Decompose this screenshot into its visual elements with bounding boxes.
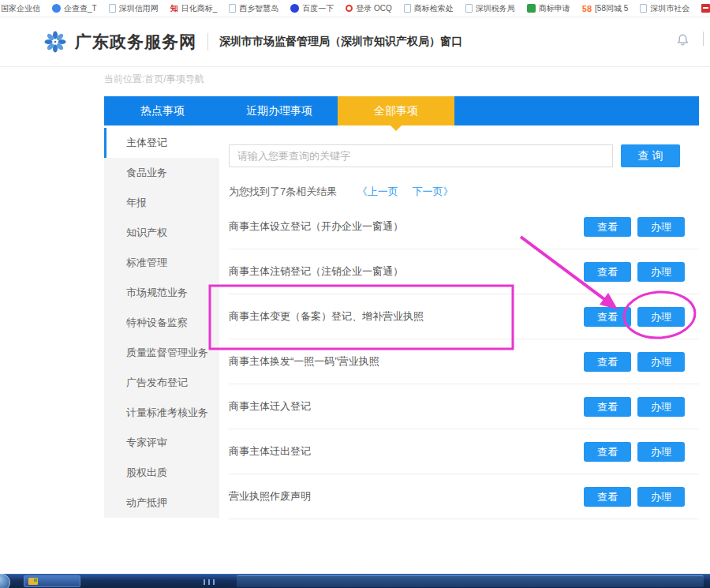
bookmark-label: 西乡智慧岛	[239, 3, 278, 14]
sidebar-item-market-regulation[interactable]: 市场规范业务	[104, 278, 219, 308]
view-button[interactable]: 查看	[584, 487, 631, 507]
baidu-icon	[290, 4, 299, 13]
sidebar-item-expert-review[interactable]: 专家评审	[104, 428, 219, 458]
tab-all-items[interactable]: 全部事项	[338, 96, 454, 125]
header-right-divider	[703, 32, 704, 46]
app-red-square-icon	[701, 4, 710, 13]
sidebar-item-standard-management[interactable]: 标准管理	[104, 248, 219, 278]
bookmark-label: 百度一下	[302, 3, 334, 14]
sidebar-item-subject-registration[interactable]: 主体登记	[104, 128, 219, 158]
bookmark-item[interactable]: 注册公司问	[701, 3, 710, 14]
service-title[interactable]: 商事主体迁入登记	[229, 399, 577, 414]
sidebar-item-ad-registration[interactable]: 广告发布登记	[104, 368, 219, 398]
service-title[interactable]: 商事主体注销登记（注销企业一窗通）	[229, 264, 577, 279]
page-icon	[229, 4, 236, 13]
bookmark-label: [58同城 5	[595, 3, 628, 14]
sidebar-item-chattel-mortgage[interactable]: 动产抵押	[104, 488, 219, 518]
site-logo-icon[interactable]	[43, 30, 67, 54]
sidebar-item-annual-report[interactable]: 年报	[104, 188, 219, 218]
view-button[interactable]: 查看	[584, 397, 631, 417]
page-icon	[109, 4, 116, 13]
bookmark-item[interactable]: 西乡智慧岛	[229, 3, 278, 14]
sidebar-item-quality-supervision[interactable]: 质量监督管理业务	[104, 338, 219, 368]
header-divider	[207, 33, 208, 51]
service-row: 商事主体迁出登记 查看 办理	[229, 429, 699, 474]
bookmark-item[interactable]: 企查查_T	[52, 3, 97, 14]
handle-button[interactable]: 办理	[637, 442, 685, 462]
app-blue-icon	[52, 4, 61, 13]
bookmarks-bar: 国家企业信 企查查_T 深圳信用网 知日化商标_ 西乡智慧岛 百度一下 登录 O…	[0, 0, 710, 17]
service-row: 营业执照作废声明 查看 办理	[229, 474, 699, 519]
zhihu-icon: 知	[170, 3, 178, 14]
bookmark-label: 国家企业信	[1, 3, 40, 14]
bookmark-label: 商标检索处	[414, 3, 454, 14]
sidebar-item-intellectual-property[interactable]: 知识产权	[104, 218, 219, 248]
results-summary-row: 为您找到了7条相关结果 《上一页 下一页》	[229, 185, 699, 199]
view-button[interactable]: 查看	[584, 307, 631, 327]
bookmark-item[interactable]: 商标检索处	[404, 3, 454, 14]
handle-button[interactable]: 办理	[637, 487, 685, 507]
windows-taskbar	[0, 574, 710, 588]
handle-button-circled[interactable]: 办理	[637, 307, 685, 327]
bookmark-item[interactable]: 深圳税务局	[465, 3, 515, 14]
taskbar-app-button[interactable]	[24, 575, 80, 587]
bookmark-label: 商标申请	[539, 3, 570, 14]
query-button[interactable]: 查 询	[621, 144, 680, 167]
department-title: 深圳市市场监督管理局（深圳市知识产权局）窗口	[219, 35, 462, 49]
view-button[interactable]: 查看	[584, 442, 631, 462]
service-row: 商事主体换发“一照一码”营业执照 查看 办理	[229, 339, 699, 384]
service-row: 商事主体注销登记（注销企业一窗通） 查看 办理	[229, 249, 699, 294]
handle-button[interactable]: 办理	[637, 397, 685, 417]
taskbar-window-button[interactable]	[237, 575, 704, 587]
view-button[interactable]: 查看	[584, 262, 631, 282]
service-title[interactable]: 商事主体换发“一照一码”营业执照	[229, 354, 577, 369]
start-button[interactable]	[0, 574, 10, 588]
next-page-link[interactable]: 下一页》	[412, 185, 453, 197]
bookmark-label: 深圳市社会	[650, 3, 689, 14]
handle-button[interactable]: 办理	[637, 217, 685, 237]
58-icon: 58	[582, 4, 592, 13]
service-row: 商事主体设立登记（开办企业一窗通） 查看 办理	[229, 204, 699, 249]
app-green-icon	[527, 4, 536, 13]
site-title: 广东政务服务网	[75, 31, 196, 53]
service-list: 商事主体设立登记（开办企业一窗通） 查看 办理 商事主体注销登记（注销企业一窗通…	[229, 204, 699, 519]
bookmark-item[interactable]: 深圳市社会	[640, 3, 689, 14]
bookmark-item[interactable]: 深圳信用网	[109, 3, 159, 14]
bookmark-item[interactable]: 国家企业信	[1, 3, 40, 14]
app-red-icon	[346, 5, 353, 12]
search-input[interactable]	[229, 144, 613, 167]
bookmark-label: 企查查_T	[64, 3, 97, 14]
tab-bar: 热点事项 近期办理事项 全部事项	[104, 96, 699, 125]
bookmark-label: 深圳税务局	[476, 3, 515, 14]
bookmark-item[interactable]: 百度一下	[290, 3, 334, 14]
service-row-highlighted: 商事主体变更（备案）登记、增补营业执照 查看 办理	[229, 294, 699, 339]
bookmark-item[interactable]: 58[58同城 5	[582, 3, 629, 14]
view-button[interactable]: 查看	[584, 217, 631, 237]
service-title[interactable]: 商事主体设立登记（开办企业一窗通）	[229, 219, 577, 234]
bookmark-label: 深圳信用网	[119, 3, 159, 14]
taskbar-app-icon	[28, 578, 38, 585]
handle-button[interactable]: 办理	[637, 352, 685, 372]
service-title[interactable]: 商事主体变更（备案）登记、增补营业执照	[229, 309, 577, 324]
tab-recent-items[interactable]: 近期办理事项	[221, 96, 338, 125]
sidebar-item-equity-pledge[interactable]: 股权出质	[104, 458, 219, 488]
sidebar-item-metrology-assessment[interactable]: 计量标准考核业务	[104, 398, 219, 428]
bookmark-item[interactable]: 商标申请	[527, 3, 570, 14]
service-row: 商事主体迁入登记 查看 办理	[229, 384, 699, 429]
bookmark-item[interactable]: 登录 OCQ	[346, 3, 392, 14]
prev-page-link[interactable]: 《上一页	[357, 185, 398, 197]
site-header: 广东政务服务网 深圳市市场监督管理局（深圳市知识产权局）窗口	[0, 17, 710, 67]
notification-bell-icon[interactable]	[676, 33, 689, 47]
service-title[interactable]: 营业执照作废声明	[229, 489, 577, 504]
search-row: 查 询	[229, 144, 699, 168]
service-title[interactable]: 商事主体迁出登记	[229, 444, 577, 459]
bookmark-item[interactable]: 知日化商标_	[170, 3, 218, 14]
results-count-text: 为您找到了7条相关结果	[229, 185, 337, 197]
view-button[interactable]: 查看	[584, 352, 631, 372]
tab-hot-items[interactable]: 热点事项	[104, 96, 221, 125]
handle-button[interactable]: 办理	[637, 262, 685, 282]
taskbar-tick-marks	[204, 579, 215, 585]
category-sidebar: 主体登记 食品业务 年报 知识产权 标准管理 市场规范业务 特种设备监察 质量监…	[104, 128, 219, 518]
sidebar-item-food-business[interactable]: 食品业务	[104, 158, 219, 188]
sidebar-item-special-equipment[interactable]: 特种设备监察	[104, 308, 219, 338]
